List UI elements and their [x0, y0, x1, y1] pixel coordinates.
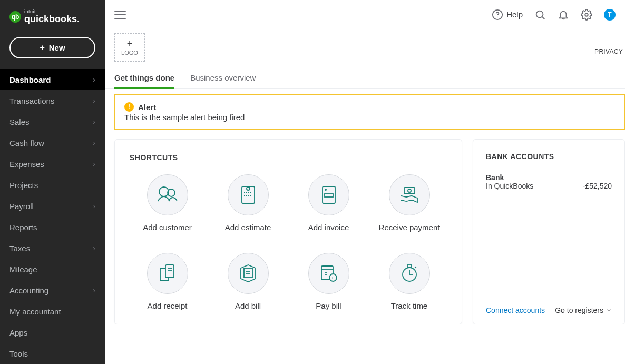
sidebar-item-cash-flow[interactable]: Cash flow› — [0, 132, 105, 153]
shortcuts-card: SHORTCUTS Add customerAdd estimateAdd in… — [114, 139, 462, 324]
sidebar-item-mileage[interactable]: Mileage — [0, 259, 105, 280]
bank-sub-label: In QuickBooks — [486, 182, 533, 190]
sidebar-item-label: Mileage — [9, 265, 37, 274]
sidebar-item-label: Accounting — [9, 286, 48, 295]
plus-icon: + — [40, 44, 44, 52]
bank-account-name: Bank — [486, 173, 504, 182]
chevron-down-icon — [606, 307, 612, 313]
shortcut-label: Pay bill — [316, 301, 341, 310]
help-label: Help — [506, 10, 523, 19]
chevron-right-icon: › — [93, 160, 95, 168]
user-avatar[interactable]: T — [604, 9, 616, 21]
shortcut-label: Add invoice — [308, 223, 349, 232]
sidebar-item-sales[interactable]: Sales› — [0, 111, 105, 132]
sidebar-item-label: Tools — [9, 349, 28, 358]
sidebar-item-my-accountant[interactable]: My accountant — [0, 301, 105, 322]
bank-accounts-card: BANK ACCOUNTS Bank In QuickBooks -£52,52… — [473, 139, 625, 324]
connect-accounts-link[interactable]: Connect accounts — [486, 306, 545, 314]
svg-point-4 — [585, 13, 588, 16]
go-to-registers-link[interactable]: Go to registers — [555, 306, 612, 314]
notifications-icon[interactable] — [558, 9, 569, 21]
sidebar-item-transactions[interactable]: Transactions› — [0, 90, 105, 111]
shortcut-add-invoice[interactable]: Add invoice — [291, 174, 366, 232]
bill-icon — [228, 253, 269, 294]
shortcut-label: Add bill — [235, 301, 261, 310]
shortcut-add-receipt[interactable]: Add receipt — [130, 253, 205, 310]
avatar-initial: T — [608, 11, 611, 18]
privacy-label: PRIVACY — [594, 33, 625, 55]
chevron-right-icon: › — [93, 244, 95, 252]
shortcut-pay-bill[interactable]: Pay bill — [291, 253, 366, 310]
shortcut-label: Add estimate — [225, 223, 271, 232]
sidebar-nav: Dashboard›Transactions›Sales›Cash flow›E… — [0, 69, 105, 364]
sidebar-item-label: Reports — [9, 223, 37, 232]
sidebar-item-accounting[interactable]: Accounting› — [0, 280, 105, 301]
receipt-icon — [147, 253, 188, 294]
sidebar-item-expenses[interactable]: Expenses› — [0, 153, 105, 174]
logo-box-label: LOGO — [121, 50, 138, 56]
tab-business-overview[interactable]: Business overview — [190, 73, 256, 89]
alert-title: Alert — [138, 103, 156, 112]
main-area: Help T + LOGO PRIVACY Get things doneBus… — [105, 0, 625, 364]
shortcuts-title: SHORTCUTS — [130, 153, 447, 162]
shortcut-add-estimate[interactable]: Add estimate — [210, 174, 286, 232]
tab-get-things-done[interactable]: Get things done — [114, 73, 174, 89]
shortcut-add-bill[interactable]: Add bill — [210, 253, 286, 310]
bank-balance: -£52,520 — [583, 182, 612, 190]
svg-line-3 — [542, 17, 544, 19]
estimate-icon — [228, 174, 269, 215]
qb-mark-icon: qb — [9, 11, 21, 23]
invoice-icon — [308, 174, 349, 215]
go-to-registers-label: Go to registers — [555, 306, 603, 314]
add-logo-button[interactable]: + LOGO — [114, 33, 145, 62]
new-button[interactable]: + New — [9, 37, 95, 58]
svg-point-2 — [536, 11, 543, 17]
sidebar-item-projects[interactable]: Projects — [0, 174, 105, 195]
chevron-right-icon: › — [93, 117, 95, 126]
alert-message: This is the sample alert being fired — [124, 113, 615, 122]
chevron-right-icon: › — [93, 286, 95, 294]
alert-banner: ! Alert This is the sample alert being f… — [114, 94, 625, 130]
sidebar-item-label: Payroll — [9, 202, 34, 211]
sidebar-item-reports[interactable]: Reports — [0, 217, 105, 238]
payment-icon — [389, 174, 430, 215]
sidebar-item-label: Transactions — [9, 96, 54, 105]
chevron-right-icon: › — [93, 202, 95, 210]
menu-toggle-icon[interactable] — [114, 11, 126, 19]
sidebar-item-label: Sales — [9, 117, 30, 126]
topbar: Help T — [105, 0, 625, 29]
sidebar: qb intuit quickbooks. + New Dashboard›Tr… — [0, 0, 105, 364]
sidebar-item-dashboard[interactable]: Dashboard› — [0, 69, 105, 90]
shortcut-label: Add receipt — [148, 301, 188, 310]
shortcut-add-customer[interactable]: Add customer — [130, 174, 205, 232]
chevron-right-icon: › — [93, 139, 95, 147]
help-icon — [492, 9, 503, 21]
plus-icon: + — [127, 39, 133, 48]
shortcut-label: Receive payment — [379, 223, 440, 232]
shortcut-label: Add customer — [143, 223, 192, 232]
sidebar-item-label: Apps — [9, 328, 27, 337]
sidebar-item-tools[interactable]: Tools — [0, 343, 105, 364]
help-button[interactable]: Help — [492, 9, 523, 21]
clock-icon — [389, 253, 430, 294]
new-button-label: New — [49, 43, 65, 52]
search-icon[interactable] — [534, 9, 546, 21]
sidebar-item-payroll[interactable]: Payroll› — [0, 195, 105, 217]
settings-gear-icon[interactable] — [581, 9, 592, 21]
sidebar-item-label: Projects — [9, 181, 38, 190]
sidebar-item-label: Cash flow — [9, 139, 44, 147]
shortcut-receive-payment[interactable]: Receive payment — [372, 174, 447, 232]
bank-title: BANK ACCOUNTS — [486, 152, 612, 161]
svg-point-1 — [497, 16, 497, 17]
sidebar-item-taxes[interactable]: Taxes› — [0, 238, 105, 259]
sidebar-item-apps[interactable]: Apps — [0, 322, 105, 343]
brand-logo: qb intuit quickbooks. — [0, 0, 105, 29]
people-icon — [147, 174, 188, 215]
tab-bar: Get things doneBusiness overview — [105, 62, 625, 89]
chevron-right-icon: › — [93, 75, 95, 84]
alert-icon: ! — [124, 102, 134, 112]
shortcut-label: Track time — [391, 301, 427, 310]
shortcut-track-time[interactable]: Track time — [372, 253, 447, 310]
sidebar-item-label: Taxes — [9, 244, 30, 253]
sidebar-item-label: Dashboard — [9, 75, 51, 84]
